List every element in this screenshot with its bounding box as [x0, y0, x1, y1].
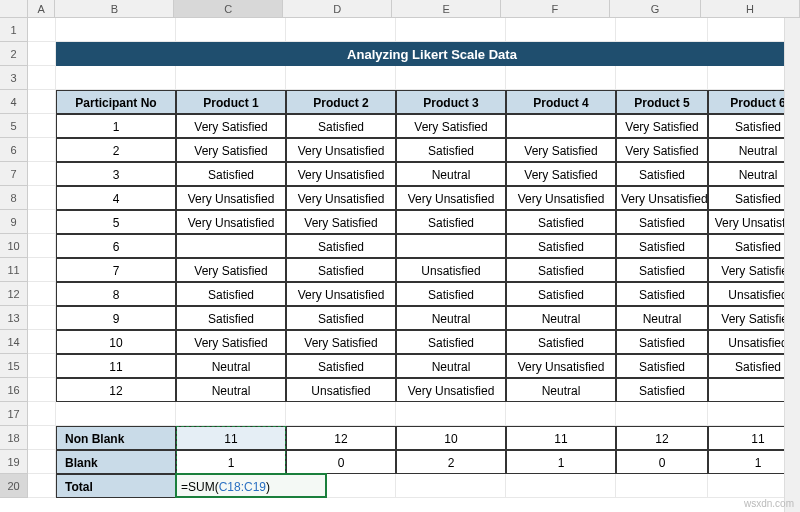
data-cell[interactable]: Very Satisfied: [286, 210, 396, 234]
data-cell[interactable]: Neutral: [396, 162, 506, 186]
table-header[interactable]: Product 3: [396, 90, 506, 114]
data-cell[interactable]: Very Satisfied: [506, 162, 616, 186]
summary-value[interactable]: 0: [616, 450, 708, 474]
data-cell[interactable]: Satisfied: [176, 282, 286, 306]
row-header-17[interactable]: 17: [0, 402, 28, 426]
col-header-C[interactable]: C: [174, 0, 283, 18]
summary-label[interactable]: Non Blank: [56, 426, 176, 450]
cell[interactable]: [616, 474, 708, 498]
title-cell[interactable]: Analyzing Likert Scale Data: [56, 42, 800, 66]
row-header-13[interactable]: 13: [0, 306, 28, 330]
cell[interactable]: [28, 330, 56, 354]
data-cell[interactable]: Neutral: [396, 306, 506, 330]
cell[interactable]: [176, 66, 286, 90]
cell[interactable]: [506, 402, 616, 426]
col-header-H[interactable]: H: [701, 0, 800, 18]
row-header-7[interactable]: 7: [0, 162, 28, 186]
data-cell[interactable]: 11: [56, 354, 176, 378]
data-cell[interactable]: Satisfied: [396, 210, 506, 234]
row-header-6[interactable]: 6: [0, 138, 28, 162]
cell[interactable]: [616, 402, 708, 426]
data-cell[interactable]: Very Unsatisfied: [176, 210, 286, 234]
data-cell[interactable]: Very Unsatisfied: [396, 186, 506, 210]
data-cell[interactable]: 7: [56, 258, 176, 282]
data-cell[interactable]: Neutral: [176, 354, 286, 378]
data-cell[interactable]: 5: [56, 210, 176, 234]
row-header-10[interactable]: 10: [0, 234, 28, 258]
data-cell[interactable]: Satisfied: [616, 330, 708, 354]
summary-value[interactable]: 2: [396, 450, 506, 474]
data-cell[interactable]: Satisfied: [176, 162, 286, 186]
data-cell[interactable]: Satisfied: [616, 282, 708, 306]
cell[interactable]: [176, 18, 286, 42]
cell[interactable]: [56, 402, 176, 426]
cell[interactable]: [28, 162, 56, 186]
data-cell[interactable]: Satisfied: [616, 378, 708, 402]
row-header-5[interactable]: 5: [0, 114, 28, 138]
data-cell[interactable]: Satisfied: [616, 210, 708, 234]
cell[interactable]: [28, 474, 56, 498]
row-header-1[interactable]: 1: [0, 18, 28, 42]
row-header-8[interactable]: 8: [0, 186, 28, 210]
data-cell[interactable]: Neutral: [176, 378, 286, 402]
cell[interactable]: [286, 18, 396, 42]
data-cell[interactable]: Neutral: [506, 306, 616, 330]
data-cell[interactable]: Very Unsatisfied: [286, 162, 396, 186]
row-header-20[interactable]: 20: [0, 474, 28, 498]
data-cell[interactable]: 6: [56, 234, 176, 258]
data-cell[interactable]: Satisfied: [506, 330, 616, 354]
data-cell[interactable]: 3: [56, 162, 176, 186]
data-cell[interactable]: Satisfied: [616, 258, 708, 282]
data-cell[interactable]: Very Unsatisfied: [506, 186, 616, 210]
row-header-4[interactable]: 4: [0, 90, 28, 114]
row-header-19[interactable]: 19: [0, 450, 28, 474]
data-cell[interactable]: 10: [56, 330, 176, 354]
cell[interactable]: [286, 402, 396, 426]
cell[interactable]: [56, 18, 176, 42]
cell[interactable]: [28, 426, 56, 450]
summary-label[interactable]: Blank: [56, 450, 176, 474]
cell[interactable]: [28, 90, 56, 114]
cell[interactable]: [28, 186, 56, 210]
cell[interactable]: [616, 18, 708, 42]
col-header-A[interactable]: A: [28, 0, 56, 18]
data-cell[interactable]: Very Unsatisfied: [286, 186, 396, 210]
select-all-corner[interactable]: [0, 0, 28, 18]
cell[interactable]: [396, 402, 506, 426]
cell[interactable]: [506, 18, 616, 42]
data-cell[interactable]: [176, 234, 286, 258]
data-cell[interactable]: Neutral: [506, 378, 616, 402]
cell[interactable]: [28, 18, 56, 42]
data-cell[interactable]: Very Satisfied: [176, 330, 286, 354]
data-cell[interactable]: Satisfied: [506, 282, 616, 306]
row-header-2[interactable]: 2: [0, 42, 28, 66]
row-header-3[interactable]: 3: [0, 66, 28, 90]
vertical-scrollbar[interactable]: [784, 18, 800, 512]
row-header-11[interactable]: 11: [0, 258, 28, 282]
summary-value[interactable]: 12: [286, 426, 396, 450]
cell[interactable]: [506, 66, 616, 90]
summary-value[interactable]: 10: [396, 426, 506, 450]
data-cell[interactable]: Satisfied: [616, 234, 708, 258]
data-cell[interactable]: Very Satisfied: [176, 114, 286, 138]
cell[interactable]: [28, 114, 56, 138]
col-header-F[interactable]: F: [501, 0, 610, 18]
col-header-D[interactable]: D: [283, 0, 392, 18]
cell[interactable]: [56, 66, 176, 90]
data-cell[interactable]: Unsatisfied: [396, 258, 506, 282]
summary-value[interactable]: 12: [616, 426, 708, 450]
cell[interactable]: [396, 66, 506, 90]
col-header-G[interactable]: G: [610, 0, 701, 18]
data-cell[interactable]: 2: [56, 138, 176, 162]
data-cell[interactable]: Satisfied: [286, 354, 396, 378]
cell[interactable]: [28, 306, 56, 330]
data-cell[interactable]: 9: [56, 306, 176, 330]
table-header[interactable]: Product 2: [286, 90, 396, 114]
cell[interactable]: [28, 354, 56, 378]
col-header-B[interactable]: B: [55, 0, 174, 18]
cell[interactable]: [28, 234, 56, 258]
cell[interactable]: [28, 138, 56, 162]
cell[interactable]: [28, 282, 56, 306]
cell[interactable]: [286, 66, 396, 90]
data-cell[interactable]: 1: [56, 114, 176, 138]
